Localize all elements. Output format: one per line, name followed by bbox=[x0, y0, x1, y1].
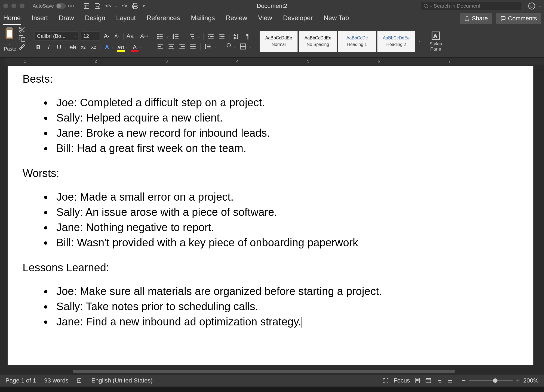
template-icon[interactable] bbox=[83, 3, 90, 9]
section-heading[interactable]: Bests: bbox=[23, 73, 518, 85]
tab-design[interactable]: Design bbox=[84, 12, 106, 25]
numbering-icon[interactable]: 123 bbox=[172, 33, 179, 40]
undo-chevron-icon[interactable]: ⌵ bbox=[115, 4, 117, 8]
style-heading-2[interactable]: AaBbCcDdEeHeading 2 bbox=[377, 31, 415, 52]
align-left-icon[interactable] bbox=[157, 43, 164, 50]
vertical-ruler[interactable] bbox=[0, 65, 5, 375]
maximize-window-icon[interactable] bbox=[20, 4, 24, 8]
save-icon[interactable] bbox=[94, 3, 101, 9]
bullets-icon[interactable] bbox=[157, 33, 164, 40]
bullet-list[interactable]: Joe: Completed a difficult step on a pro… bbox=[23, 95, 518, 156]
align-right-icon[interactable] bbox=[179, 43, 186, 50]
section-heading[interactable]: Lessons Learned: bbox=[23, 262, 518, 274]
tab-layout[interactable]: Layout bbox=[116, 12, 136, 25]
shading-icon[interactable] bbox=[224, 43, 231, 50]
list-item[interactable]: Bill: Wasn't provided with a key piece o… bbox=[53, 235, 518, 250]
draft-view-icon[interactable] bbox=[447, 377, 453, 384]
close-window-icon[interactable] bbox=[3, 4, 8, 8]
font-name-select[interactable]: Calibri (Bo... ⌵ bbox=[35, 32, 78, 41]
tab-insert[interactable]: Insert bbox=[31, 12, 48, 25]
tab-developer[interactable]: Developer bbox=[282, 12, 313, 25]
list-item[interactable]: Joe: Completed a difficult step on a pro… bbox=[53, 95, 518, 110]
chevron-down-icon[interactable]: ⌵ bbox=[167, 35, 168, 38]
chevron-down-icon[interactable]: ⌵ bbox=[214, 45, 216, 48]
align-center-icon[interactable] bbox=[168, 43, 175, 50]
paste-button[interactable]: ⌵ Paste bbox=[3, 26, 17, 52]
feedback-chevron-icon[interactable]: ⌵ bbox=[539, 4, 541, 8]
comments-button[interactable]: Comments bbox=[496, 13, 541, 24]
list-item[interactable]: Sally: Take notes prior to scheduling ca… bbox=[53, 299, 518, 314]
change-case-icon[interactable]: Aa bbox=[126, 32, 134, 40]
list-item[interactable]: Jane: Nothing negative to report. bbox=[53, 220, 518, 235]
zoom-level[interactable]: 200% bbox=[523, 377, 539, 384]
chevron-down-icon[interactable]: ⌵ bbox=[182, 35, 184, 38]
tab-draw[interactable]: Draw bbox=[58, 12, 75, 25]
increase-indent-icon[interactable] bbox=[218, 33, 225, 40]
tab-review[interactable]: Review bbox=[225, 12, 248, 25]
word-count[interactable]: 93 words bbox=[44, 377, 69, 384]
share-button[interactable]: Share bbox=[460, 13, 492, 24]
outline-view-icon[interactable] bbox=[436, 377, 442, 384]
justify-icon[interactable] bbox=[189, 43, 196, 50]
show-marks-icon[interactable]: ¶ bbox=[244, 33, 252, 40]
horizontal-scrollbar[interactable] bbox=[73, 369, 533, 374]
web-layout-icon[interactable] bbox=[425, 377, 432, 384]
chevron-down-icon[interactable]: ⌵ bbox=[249, 45, 251, 48]
chevron-down-icon[interactable]: ⌵ bbox=[140, 45, 142, 49]
search-input[interactable]: ⌵ Search in Document bbox=[421, 2, 521, 10]
style-heading-1[interactable]: AaBbCcDcHeading 1 bbox=[338, 31, 376, 52]
list-item[interactable]: Sally: An issue arose with a piece of so… bbox=[53, 204, 518, 220]
bullet-list[interactable]: Joe: Made a small error on a project.Sal… bbox=[23, 189, 518, 250]
bullet-list[interactable]: Joe: Make sure all materials are organiz… bbox=[23, 284, 518, 329]
cut-icon[interactable] bbox=[19, 26, 26, 33]
undo-icon[interactable] bbox=[105, 3, 112, 9]
superscript-button[interactable]: x2 bbox=[90, 43, 97, 51]
decrease-font-icon[interactable]: A▾ bbox=[113, 32, 121, 40]
list-item[interactable]: Joe: Made a small error on a project. bbox=[53, 189, 518, 204]
language-status[interactable]: English (United States) bbox=[91, 377, 153, 384]
style-normal[interactable]: AaBbCcDdEeNormal bbox=[260, 31, 298, 52]
format-painter-icon[interactable] bbox=[19, 43, 26, 51]
borders-icon[interactable] bbox=[239, 43, 247, 50]
list-item[interactable]: Jane: Broke a new record for inbound lea… bbox=[53, 125, 518, 141]
text-effects-icon[interactable]: A bbox=[103, 43, 111, 51]
section-heading[interactable]: Worsts: bbox=[23, 167, 518, 179]
autosave-toggle[interactable]: AutoSave OFF bbox=[33, 3, 75, 9]
styles-pane-button[interactable]: A StylesPane bbox=[427, 31, 445, 52]
list-item[interactable]: Joe: Make sure all materials are organiz… bbox=[53, 284, 518, 299]
chevron-down-icon[interactable]: ⌵ bbox=[126, 45, 128, 49]
document-page[interactable]: Bests:Joe: Completed a difficult step on… bbox=[8, 66, 533, 365]
multilevel-list-icon[interactable] bbox=[188, 33, 195, 40]
bold-button[interactable]: B bbox=[35, 43, 42, 51]
redo-icon[interactable] bbox=[121, 3, 128, 9]
feedback-smile-icon[interactable] bbox=[528, 2, 536, 10]
focus-mode-icon[interactable] bbox=[383, 377, 389, 384]
tab-home[interactable]: Home bbox=[3, 12, 21, 25]
print-layout-icon[interactable] bbox=[414, 377, 421, 384]
clear-formatting-icon[interactable]: A⌫ bbox=[140, 32, 148, 40]
list-item[interactable]: Jane: Find a new inbound ad optimization… bbox=[53, 314, 518, 329]
list-item[interactable]: Sally: Helped acquire a new client. bbox=[53, 110, 518, 125]
tab-view[interactable]: View bbox=[257, 12, 273, 25]
line-spacing-icon[interactable] bbox=[204, 43, 211, 50]
copy-icon[interactable] bbox=[19, 35, 26, 42]
tab-mailings[interactable]: Mailings bbox=[190, 12, 216, 25]
minimize-window-icon[interactable] bbox=[11, 4, 16, 8]
zoom-in-button[interactable]: + bbox=[516, 377, 520, 385]
paste-chevron-icon[interactable]: ⌵ bbox=[9, 42, 11, 46]
tab-references[interactable]: References bbox=[146, 12, 181, 25]
chevron-down-icon[interactable]: ⌵ bbox=[112, 45, 114, 49]
autosave-switch-icon[interactable] bbox=[56, 3, 66, 9]
tab-new-tab[interactable]: New Tab bbox=[323, 12, 349, 25]
zoom-out-button[interactable]: − bbox=[462, 377, 466, 385]
decrease-indent-icon[interactable] bbox=[207, 33, 214, 40]
sort-icon[interactable]: AZ bbox=[233, 33, 240, 40]
qat-customize-icon[interactable]: ▾ bbox=[143, 4, 145, 8]
subscript-button[interactable]: x2 bbox=[79, 43, 87, 51]
underline-button[interactable]: U bbox=[55, 43, 63, 51]
styles-scroll-icon[interactable]: › bbox=[416, 38, 422, 44]
list-item[interactable]: Bill: Had a great first week on the team… bbox=[53, 141, 518, 156]
highlight-icon[interactable]: ab bbox=[117, 43, 125, 51]
focus-label[interactable]: Focus bbox=[394, 377, 410, 384]
chevron-down-icon[interactable]: ⌵ bbox=[136, 34, 137, 38]
